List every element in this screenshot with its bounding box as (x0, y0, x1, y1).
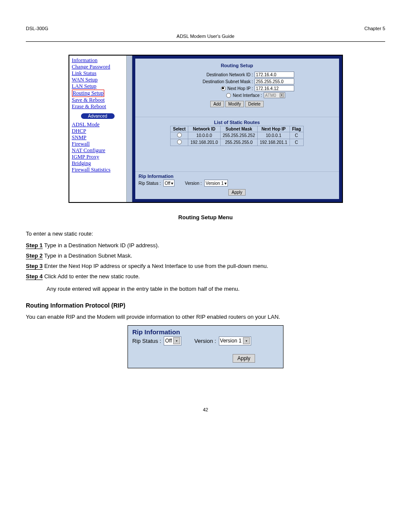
dest-network-input[interactable] (255, 72, 294, 78)
sidebar-item-save-reboot[interactable]: Save & Reboot (72, 97, 105, 103)
table-cell: 10.0.0.0 (188, 132, 220, 139)
sidebar-item-routing-setup[interactable]: Routing Setup (73, 90, 104, 96)
step-label: Step 2 (26, 252, 43, 259)
sidebar-item-snmp[interactable]: SNMP (72, 134, 87, 140)
sidebar-item-igmp-proxy[interactable]: IGMP Proxy (72, 154, 100, 160)
steps-note: Any route entered will appear in the ent… (47, 285, 385, 293)
chevron-down-icon: ▾ (280, 93, 284, 97)
sidebar-item-change-password[interactable]: Change Password (72, 64, 110, 70)
sidebar-item-firewall-statistics[interactable]: Firewall Statistics (72, 167, 111, 173)
sidebar-item-link-status[interactable]: Link Status (72, 70, 97, 76)
rip-info-large: Rip Information Rip Status : Off ▾ Versi… (128, 325, 283, 368)
sidebar-item-erase-reboot[interactable]: Erase & Reboot (72, 103, 106, 109)
table-cell: 255.255.255.0 (220, 139, 257, 146)
table-header: Flag (290, 126, 303, 132)
rip-status-label-large: Rip Status : (132, 338, 161, 344)
modify-button[interactable]: Modify (225, 101, 244, 107)
add-button[interactable]: Add (210, 101, 224, 107)
rip-version-value-large: Version 1 (220, 338, 242, 344)
panel-title: Routing Setup (135, 59, 339, 71)
rip-version-value-small: Version 1 (206, 181, 224, 186)
rip-info-small: Rip Information Rip Status : Off ▾ Versi… (135, 171, 339, 199)
rip-title-small: Rip Information (139, 174, 336, 179)
advanced-badge: Advanced (81, 113, 115, 119)
sidebar-item-adsl-mode[interactable]: ADSL Mode (72, 121, 100, 128)
sidebar: Information Change Password Link Status … (69, 56, 126, 202)
main-panel-frame: Routing Setup Destination Network ID : D… (132, 56, 342, 202)
step-label: Step 3 (26, 263, 43, 270)
rip-version-select-small[interactable]: Version 1 ▾ (204, 180, 228, 187)
nextif-select[interactable]: ATM0 ▾ (264, 92, 285, 98)
step-label: Step 1 (26, 242, 43, 249)
table-header: Next Hop IP (257, 126, 290, 132)
rip-status-label-small: Rip Status : (139, 181, 161, 186)
route-select-radio[interactable] (177, 133, 182, 137)
sidebar-gutter (126, 56, 132, 202)
table-cell: 255.255.255.252 (220, 132, 257, 139)
sidebar-item-routing-setup-highlight: Routing Setup (72, 90, 105, 97)
nexthop-label: Next Hop IP : (227, 86, 253, 91)
steps-intro: To enter a new static route: (26, 230, 385, 238)
chevron-down-icon: ▾ (224, 181, 227, 186)
static-routes-title: List of Static Routes (135, 117, 339, 125)
doc-model: DSL-300G (26, 26, 48, 31)
sidebar-item-wan-setup[interactable]: WAN Setup (72, 77, 98, 83)
table-cell: 192.168.201.1 (257, 139, 290, 146)
sidebar-item-nat-configure[interactable]: NAT Configure (72, 147, 106, 153)
rip-section-title: Routing Information Protocol (RIP) (26, 302, 385, 309)
sidebar-item-lan-setup[interactable]: LAN Setup (72, 83, 97, 89)
rip-status-select-large[interactable]: Off ▾ (164, 336, 181, 345)
header-rule (26, 41, 385, 42)
step-text: Click Add to enter the new static route. (44, 273, 140, 280)
routing-form: Destination Network ID : Destination Sub… (135, 71, 339, 113)
sidebar-item-dhcp[interactable]: DHCP (72, 128, 86, 134)
table-cell: C (290, 139, 303, 146)
rip-section-text: You can enable RIP and the Modem will pr… (26, 313, 385, 321)
page-number: 42 (26, 407, 385, 412)
step-label: Step 4 (26, 273, 43, 280)
routing-setup-screenshot: Information Change Password Link Status … (68, 55, 343, 203)
rip-title-large: Rip Information (132, 328, 279, 336)
step-text: Type in a Destination Network ID (IP add… (44, 242, 159, 249)
dest-mask-input[interactable] (255, 78, 294, 84)
chevron-down-icon: ▾ (173, 337, 180, 344)
rip-status-value-small: Off (165, 181, 170, 186)
rip-version-label-small: Version : (185, 181, 202, 186)
table-header: Subnet Mask (220, 126, 257, 132)
table-cell: C (290, 132, 303, 139)
sidebar-item-firewall[interactable]: Firewall (72, 141, 90, 147)
nexthop-input[interactable] (255, 85, 294, 91)
rip-version-label-large: Version : (194, 338, 216, 344)
table-header: Select (171, 126, 188, 132)
main-panel: Routing Setup Destination Network ID : D… (135, 58, 339, 199)
chevron-down-icon: ▾ (171, 181, 173, 186)
step-text: Enter the Next Hop IP address or specify… (44, 263, 268, 269)
table-row: 10.0.0.0 255.255.255.252 10.0.0.1 C (171, 132, 303, 139)
nextif-radio[interactable] (226, 93, 231, 98)
step-text: Type in a Destination Subnet Mask. (44, 252, 132, 259)
dest-mask-label: Destination Subnet Mask : (180, 79, 253, 84)
rip-version-select-large[interactable]: Version 1 ▾ (219, 336, 251, 345)
sidebar-item-bridging[interactable]: Bridging (72, 160, 91, 166)
table-cell: 192.168.201.0 (188, 139, 220, 146)
static-routes-table: Select Network ID Subnet Mask Next Hop I… (170, 126, 303, 146)
nexthop-radio[interactable] (221, 86, 226, 91)
dest-network-label: Destination Network ID : (180, 72, 253, 77)
nextif-label: Next Interface : (233, 93, 262, 98)
chevron-down-icon: ▾ (243, 337, 250, 344)
table-cell: 10.0.0.1 (257, 132, 290, 139)
doc-chapter: Chapter 5 (364, 26, 385, 31)
doc-title: ADSL Modem User's Guide (26, 34, 385, 39)
delete-button[interactable]: Delete (245, 101, 264, 107)
nextif-select-value: ATM0 (265, 93, 276, 98)
table-header: Network ID (188, 126, 220, 132)
route-select-radio[interactable] (177, 140, 182, 144)
figure-caption: Routing Setup Menu (26, 214, 385, 221)
apply-button-small[interactable]: Apply (228, 189, 245, 196)
table-row: 192.168.201.0 255.255.255.0 192.168.201.… (171, 139, 303, 146)
sidebar-item-information[interactable]: Information (72, 57, 98, 63)
apply-button-large[interactable]: Apply (233, 354, 255, 363)
rip-status-value-large: Off (165, 338, 172, 344)
steps-block: To enter a new static route: Step 1 Type… (26, 230, 385, 293)
rip-status-select-small[interactable]: Off ▾ (163, 180, 174, 187)
